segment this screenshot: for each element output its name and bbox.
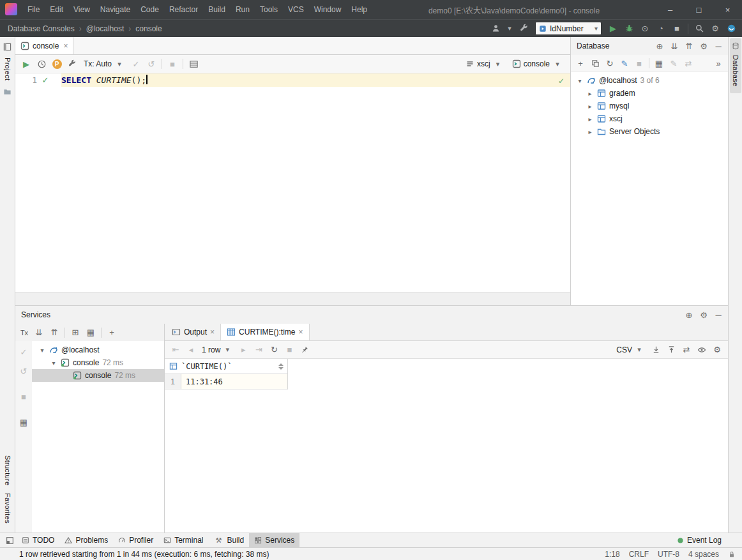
menu-run[interactable]: Run	[231, 0, 255, 19]
tree-item-gradem[interactable]: ▸ gradem	[571, 87, 728, 100]
pin-tab-icon[interactable]	[298, 343, 312, 357]
chevron-down-icon[interactable]: ▾	[504, 24, 515, 34]
collapse-all-icon[interactable]: ⇈	[47, 326, 61, 340]
collapse-all-icon[interactable]: ⇈	[682, 39, 696, 53]
table-icon[interactable]: ▦	[652, 56, 666, 70]
settings-gear-icon[interactable]: ⚙	[697, 39, 711, 53]
execute-button[interactable]: ▶	[19, 57, 33, 71]
profiler-button[interactable]: ◔	[654, 22, 668, 36]
transpose-icon[interactable]: ⇄	[679, 343, 693, 357]
tool-window-button-problems[interactable]: Problems	[59, 533, 113, 547]
chevron-right-icon[interactable]: ▸	[586, 90, 594, 97]
refresh-icon[interactable]: ↻	[603, 56, 617, 70]
more-actions-icon[interactable]: »	[711, 56, 725, 70]
tab-output[interactable]: Output ×	[166, 324, 220, 340]
close-icon[interactable]: ×	[63, 42, 68, 50]
parameters-icon[interactable]: P	[50, 57, 64, 71]
menu-help[interactable]: Help	[346, 0, 372, 19]
caret-position-widget[interactable]: 1:18	[605, 550, 619, 559]
line-separator-widget[interactable]: CRLF	[629, 550, 649, 559]
breadcrumb-localhost[interactable]: @localhost	[86, 24, 125, 33]
tool-window-button-profiler[interactable]: Profiler	[113, 533, 158, 547]
editor-tab-console[interactable]: console ×	[15, 37, 73, 54]
menu-navigate[interactable]: Navigate	[95, 0, 135, 19]
tree-item-localhost[interactable]: ▾ @localhost 3 of 6	[571, 74, 728, 87]
search-everywhere-icon[interactable]	[692, 22, 706, 36]
tree-item-server-objects[interactable]: ▸ Server Objects	[571, 125, 728, 138]
breadcrumb-console[interactable]: console	[135, 24, 162, 33]
tool-window-button-services[interactable]: Services	[249, 533, 299, 547]
menu-window[interactable]: Window	[309, 0, 347, 19]
run-button[interactable]: ▶	[606, 22, 620, 36]
tx-icon[interactable]: Tx	[18, 329, 31, 337]
minimize-button[interactable]: –	[656, 0, 685, 19]
import-data-icon[interactable]	[664, 343, 678, 357]
export-format-select[interactable]: CSV ▾	[613, 345, 647, 355]
tool-windows-widget-icon[interactable]	[3, 533, 17, 547]
table-row[interactable]: 1 11:31:46	[165, 374, 288, 390]
menu-file[interactable]: File	[22, 0, 45, 19]
sort-icon[interactable]	[278, 363, 284, 370]
tool-window-button-terminal[interactable]: Terminal	[158, 533, 208, 547]
wrench-icon[interactable]	[65, 57, 79, 71]
view-options-eye-icon[interactable]	[695, 343, 709, 357]
add-service-icon[interactable]: +	[105, 326, 119, 340]
close-icon[interactable]: ×	[299, 328, 303, 337]
reload-page-icon[interactable]: ↻	[267, 343, 281, 357]
code-editor[interactable]: 1 ✓ SELECT CURTIME(); ✓	[15, 73, 570, 292]
group-by-icon[interactable]: ⊞	[68, 326, 82, 340]
inspections-ok-icon[interactable]: ✓	[558, 77, 564, 86]
chevron-down-icon[interactable]: ▾	[576, 77, 584, 84]
view-options-icon[interactable]: ▦	[84, 326, 98, 340]
wrench-icon[interactable]	[517, 22, 531, 36]
user-account-icon[interactable]	[488, 22, 503, 36]
chevron-right-icon[interactable]: ▸	[586, 103, 594, 110]
tree-item-localhost[interactable]: ▾ @localhost	[32, 344, 164, 356]
readonly-lock-icon[interactable]	[728, 550, 736, 558]
menu-vcs[interactable]: VCS	[283, 0, 309, 19]
expand-all-icon[interactable]: ⇊	[667, 39, 681, 53]
maximize-button[interactable]: □	[685, 0, 713, 19]
menu-code[interactable]: Code	[135, 0, 164, 19]
menu-tools[interactable]: Tools	[255, 0, 283, 19]
page-size-select[interactable]: 1 row ▾	[199, 345, 235, 355]
debug-button[interactable]	[622, 22, 636, 36]
locate-icon[interactable]: ⊕	[653, 39, 667, 53]
chevron-right-icon[interactable]: ▸	[586, 128, 594, 135]
hide-panel-icon[interactable]: ─	[711, 39, 725, 53]
console-session-selector[interactable]: console ▾	[508, 59, 566, 69]
layout-icon[interactable]: ▦	[17, 415, 31, 429]
menu-edit[interactable]: Edit	[45, 0, 68, 19]
tool-window-button-todo[interactable]: TODO	[17, 533, 59, 547]
chevron-right-icon[interactable]: ▸	[586, 116, 594, 123]
tool-window-button-favorites[interactable]: Favorites	[4, 493, 11, 524]
schema-selector[interactable]: xscj ▾	[462, 59, 507, 69]
plugin-icon[interactable]	[724, 22, 738, 36]
column-header[interactable]: `CURTIME()`	[165, 359, 288, 374]
settings-gear-icon[interactable]: ⚙	[708, 22, 722, 36]
export-data-icon[interactable]	[649, 343, 663, 357]
menu-refactor[interactable]: Refactor	[164, 0, 203, 19]
table-corner-icon[interactable]	[165, 362, 181, 370]
tree-item-mysql[interactable]: ▸ mysql	[571, 100, 728, 112]
tool-window-button-project[interactable]: Project	[1, 40, 15, 84]
hide-panel-icon[interactable]: ─	[711, 308, 725, 322]
tree-item-xscj[interactable]: ▸ xscj	[571, 112, 728, 125]
tool-window-button-structure[interactable]: Structure	[4, 455, 11, 485]
history-icon[interactable]	[34, 57, 49, 71]
add-datasource-icon[interactable]: +	[573, 56, 587, 70]
close-button[interactable]: ×	[713, 0, 742, 19]
expand-all-icon[interactable]: ⇊	[32, 326, 46, 340]
settings-gear-icon[interactable]: ⚙	[697, 308, 711, 322]
close-icon[interactable]: ×	[210, 328, 215, 337]
run-configuration-select[interactable]: IdNumber ▾	[535, 22, 602, 35]
coverage-button[interactable]: ⊙	[638, 22, 652, 36]
locate-icon[interactable]: ⊕	[682, 308, 696, 322]
folder-icon[interactable]	[1, 84, 15, 98]
jump-to-console-icon[interactable]: ✎	[617, 56, 632, 70]
tree-item-console-run[interactable]: console 72 ms	[32, 369, 164, 382]
status-message[interactable]: 1 row retrieved starting from 1 in 44 ms…	[19, 550, 596, 559]
menu-build[interactable]: Build	[203, 0, 231, 19]
settings-gear-icon[interactable]: ⚙	[710, 343, 724, 357]
tool-window-button-build[interactable]: ⚒ Build	[209, 533, 250, 547]
